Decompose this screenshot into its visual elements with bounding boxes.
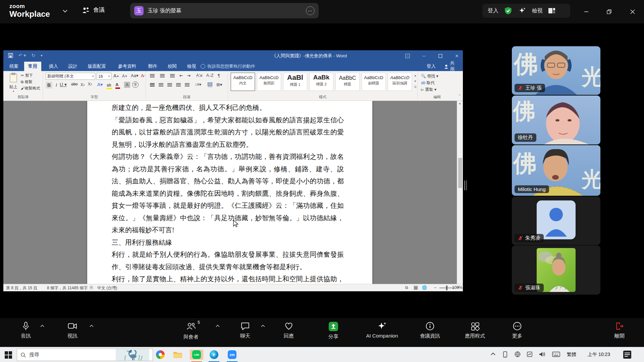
shrink-font-icon[interactable]: A▼ [122, 74, 127, 78]
chat-options-chevron[interactable] [261, 325, 265, 327]
select-button[interactable]: ▻ 選取 ▾ [421, 87, 436, 93]
speaker-icon[interactable] [539, 351, 545, 357]
participant-tile[interactable]: 張淑珠 [512, 245, 600, 295]
style-subtle-emphasis[interactable]: AaBbCcD區別強調 [388, 73, 412, 91]
ribbon-display-options-icon[interactable] [401, 52, 414, 60]
strikethrough-button[interactable]: abe [71, 82, 78, 86]
paste-dropdown-icon[interactable]: ▾ [7, 90, 20, 93]
close-button[interactable] [627, 6, 638, 17]
bold-button[interactable]: B [46, 82, 52, 88]
leave-button[interactable]: 離開 [614, 321, 625, 339]
scrollbar-thumb[interactable] [458, 158, 462, 188]
chat-button[interactable]: 聊天 [240, 321, 250, 339]
video-options-chevron[interactable] [89, 325, 94, 327]
word-minimize-icon[interactable]: ─ [417, 52, 431, 60]
sort-icon[interactable]: A↓Z [206, 73, 213, 78]
ai-companion-button[interactable]: AI Companion [366, 321, 398, 339]
change-case-icon[interactable]: Aa▾ [131, 73, 138, 78]
signin-button[interactable]: 登入 [488, 7, 498, 14]
italic-button[interactable]: I [54, 82, 59, 88]
share-screen-button[interactable]: 分享 [328, 321, 338, 340]
borders-icon[interactable]: ⊞▾ [216, 82, 222, 87]
zoom-slider-thumb[interactable] [446, 286, 447, 290]
proofing-icon[interactable]: ⎘ [90, 285, 93, 290]
font-family-combo[interactable]: 新細明體 (本文▾ [46, 73, 95, 80]
zoom-percent[interactable]: 100% [452, 285, 463, 290]
tab-references[interactable]: 參考資料 [114, 62, 140, 71]
panel-resize-handle[interactable] [464, 180, 468, 190]
style-heading1[interactable]: AaBl標題 1 [283, 73, 307, 91]
decrease-indent-icon[interactable]: ⇤ [179, 73, 183, 78]
tab-view[interactable]: 檢視 [183, 62, 200, 71]
edge-icon[interactable]: e [209, 350, 219, 360]
line-app-icon[interactable]: LINE [190, 350, 203, 360]
scroll-up-icon[interactable]: ▲ [459, 102, 461, 105]
tab-file[interactable]: 檔案 [5, 62, 22, 71]
tab-design[interactable]: 設計 [64, 62, 82, 71]
more-button[interactable]: 更多 [512, 321, 522, 339]
meeting-info-button[interactable]: 會議資訊 [420, 321, 440, 339]
increase-indent-icon[interactable]: ⇥ [187, 73, 191, 78]
hidden-icons-chevron[interactable] [490, 351, 496, 357]
start-button[interactable] [5, 351, 12, 359]
language-indicator[interactable]: 中文 (台灣) [97, 285, 117, 291]
underline-button[interactable]: U ▾ [60, 82, 67, 87]
participant-tile[interactable]: 佛 徐牡丹 [512, 96, 600, 144]
security-shield-icon[interactable] [504, 6, 513, 15]
find-button[interactable]: 🔍 尋找 ▾ [421, 73, 438, 79]
style-heading2[interactable]: AaBk標題 2 [309, 73, 333, 91]
participant-tile[interactable]: 佛 光 王珍 張 [512, 46, 600, 95]
tray-app-icon[interactable] [527, 351, 533, 357]
clear-formatting-icon[interactable]: A̷ [141, 73, 144, 78]
superscript-button[interactable]: X2 [88, 82, 92, 86]
video-button[interactable]: 視訊 [67, 321, 77, 339]
share-button[interactable]: 共用 [440, 62, 463, 71]
document-text[interactable]: 所建立的，是一座危機四伏、損人又不利己的危橋。 「愛語如春風，惡言如穢器」，希望… [112, 102, 344, 284]
participants-button[interactable]: 5 與會者 [183, 321, 199, 340]
word-maximize-icon[interactable] [434, 52, 447, 60]
taskbar-clock[interactable]: 上午 10:23 [588, 352, 610, 358]
copy-button[interactable]: ⧉ 複製 [21, 79, 32, 84]
minimize-button[interactable] [581, 6, 592, 17]
tab-meeting[interactable]: 會議 [82, 6, 105, 14]
ai-sparkle-icon[interactable] [518, 6, 527, 15]
participant-tile[interactable]: 朱秀凌 [512, 196, 600, 245]
network-icon[interactable] [515, 351, 521, 357]
subscript-button[interactable]: X2 [80, 82, 85, 87]
qat-customize-icon[interactable]: ▾ [41, 54, 42, 57]
styles-gallery-scroll[interactable]: ▲▼☰ [413, 73, 417, 90]
shading-icon[interactable] [208, 82, 212, 87]
touch-keyboard-icon[interactable] [552, 351, 560, 357]
device-icon[interactable] [502, 351, 508, 358]
view-button[interactable]: 檢視 [532, 7, 543, 14]
web-layout-icon[interactable]: 🌐 [422, 285, 427, 290]
align-left-icon[interactable] [150, 83, 155, 87]
paste-button[interactable]: 貼上 ▾ [7, 73, 20, 93]
tell-me-box[interactable]: 告訴我您想要執行的動作 [201, 62, 255, 71]
word-count[interactable]: 8 個字，共 11485 個字 [47, 285, 88, 291]
show-marks-icon[interactable]: ¶ [218, 73, 220, 78]
save-icon[interactable] [8, 53, 13, 58]
tab-shared-screen[interactable]: 玉 玉珍 張的螢幕 ⋯ [130, 3, 319, 18]
style-title[interactable]: AaBbC標題 [335, 73, 360, 91]
tab-review[interactable]: 校閱 [164, 62, 181, 71]
tab-layout[interactable]: 版面配置 [84, 62, 110, 71]
layout-grid-icon[interactable] [548, 8, 555, 14]
browser-icon[interactable] [155, 350, 166, 360]
read-mode-icon[interactable]: ⧉ [405, 285, 408, 290]
tab-options-icon[interactable]: ⋯ [306, 6, 315, 15]
taskbar-search[interactable]: 搜尋 [17, 349, 153, 361]
line-spacing-icon[interactable]: ↕≡▾ [195, 82, 201, 87]
reactions-button[interactable]: 回應 [284, 321, 294, 339]
ime-indicator[interactable]: 繁體 [567, 352, 576, 358]
restore-button[interactable] [603, 6, 615, 17]
apps-button[interactable]: 應用程式 [465, 321, 485, 339]
tab-mailings[interactable]: 郵件 [144, 62, 161, 71]
zoom-out-icon[interactable]: − [434, 285, 436, 290]
style-normal[interactable]: AaBbCcD內文 [231, 73, 255, 91]
word-signin[interactable]: 登入 [423, 62, 440, 71]
character-shading-icon[interactable]: A [124, 82, 130, 88]
redo-icon[interactable]: ↻ [32, 53, 36, 58]
distribute-icon[interactable] [185, 83, 190, 87]
style-subtitle[interactable]: AaBbCcD副標題 [362, 73, 386, 91]
